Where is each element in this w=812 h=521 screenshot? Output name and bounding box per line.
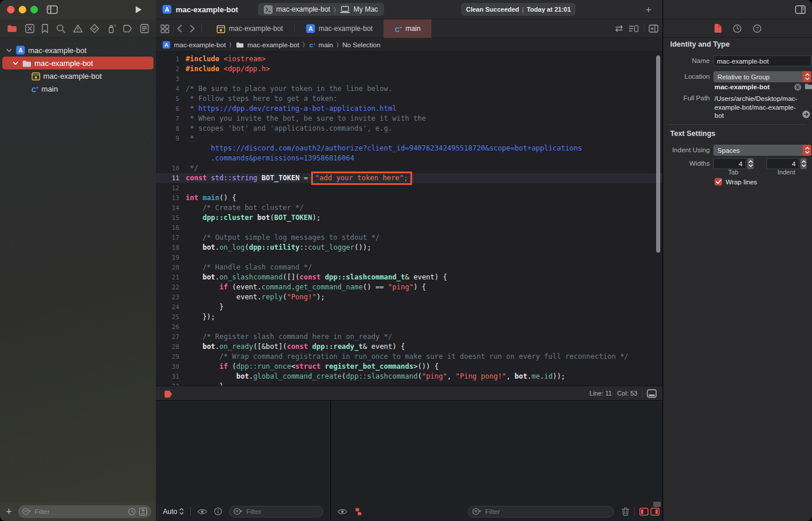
line-number[interactable]: 9 <box>156 134 179 144</box>
code-text[interactable]: if (event.command.get_command_name() == … <box>186 282 426 292</box>
code-text[interactable]: /* Register slash command here in on_rea… <box>186 332 392 342</box>
history-inspector-icon[interactable] <box>733 24 742 33</box>
line-number[interactable]: 5 <box>156 94 179 104</box>
code-text[interactable]: * When you invite the bot, be sure to in… <box>186 114 426 124</box>
line-number[interactable]: 30 <box>156 362 179 372</box>
code-text[interactable]: * <box>186 134 194 144</box>
source-control-navigator-icon[interactable] <box>25 24 34 33</box>
code-line[interactable]: 22 if (event.command.get_command_name() … <box>156 282 663 292</box>
code-text[interactable]: } <box>186 382 224 386</box>
editor-scrollbar[interactable] <box>656 55 660 253</box>
code-line[interactable]: 30 if (dpp::run_once<struct register_bot… <box>156 362 663 372</box>
code-line[interactable]: 4/* Be sure to place your token in the l… <box>156 84 663 94</box>
recents-filter-icon[interactable] <box>128 508 136 516</box>
project-navigator-icon[interactable] <box>7 24 18 33</box>
line-number[interactable]: 21 <box>156 272 179 282</box>
breadcrumb-item[interactable]: C+main <box>309 40 333 50</box>
code-line[interactable]: 31 bot.global_command_create(dpp::slashc… <box>156 372 663 382</box>
code-line[interactable]: 16 <box>156 223 663 233</box>
line-number[interactable]: 14 <box>156 203 179 213</box>
line-number[interactable]: 28 <box>156 342 179 352</box>
line-number[interactable] <box>156 153 179 163</box>
line-number[interactable]: 18 <box>156 243 179 253</box>
code-line[interactable]: 5 * Follow steps here to get a token: <box>156 94 663 104</box>
line-number[interactable]: 23 <box>156 292 179 302</box>
line-number[interactable]: 31 <box>156 372 179 382</box>
console-view-toggle-icon[interactable] <box>650 508 660 516</box>
variables-view-toggle-icon[interactable] <box>639 508 649 516</box>
line-number[interactable]: 27 <box>156 332 179 342</box>
close-window-button[interactable] <box>7 6 15 13</box>
minimize-window-button[interactable] <box>19 6 26 13</box>
code-text[interactable]: /* Be sure to place your token in the li… <box>186 84 392 94</box>
reveal-arrow-icon[interactable] <box>802 110 810 118</box>
forward-button[interactable] <box>190 25 195 33</box>
code-text[interactable]: /* Handle slash command */ <box>186 263 312 272</box>
code-line[interactable]: 20 /* Handle slash command */ <box>156 263 663 272</box>
code-line[interactable]: 21 bot.on_slashcommand([](const dpp::sla… <box>156 272 663 282</box>
run-button[interactable] <box>135 5 142 14</box>
name-field[interactable] <box>713 55 811 67</box>
bookmarks-navigator-icon[interactable] <box>41 24 48 33</box>
show-variables-eye-icon[interactable] <box>197 508 207 515</box>
navigator-filter-input[interactable] <box>34 508 125 516</box>
indent-using-popup[interactable]: Spaces <box>713 145 811 156</box>
source-control-filter-icon[interactable] <box>139 508 147 516</box>
clear-location-icon[interactable] <box>794 83 801 91</box>
breadcrumb-item[interactable]: No Selection <box>342 41 380 48</box>
variables-filter-input[interactable] <box>245 508 319 516</box>
show-output-eye-icon[interactable] <box>337 508 347 515</box>
code-text[interactable]: bot.on_log(dpp::utility::cout_logger()); <box>186 243 371 253</box>
navigator-filter-field[interactable] <box>18 505 151 518</box>
code-text[interactable]: .commands&permissions=139586816064 <box>186 153 354 163</box>
line-number[interactable]: 15 <box>156 213 179 223</box>
line-number[interactable]: 11 <box>156 173 179 183</box>
tree-item-product[interactable]: mac-example-bot <box>2 69 154 82</box>
editor-tab-mac-example-bot[interactable]: Amac-example-bot <box>295 19 384 38</box>
line-number[interactable]: 16 <box>156 223 179 233</box>
line-number[interactable]: 32 <box>156 382 179 386</box>
code-line[interactable]: 15 dpp::cluster bot(BOT_TOKEN); <box>156 213 663 223</box>
line-number[interactable] <box>156 144 179 153</box>
code-text[interactable]: bot.on_ready([&bot](const dpp::ready_t& … <box>186 342 405 352</box>
code-line[interactable]: 24 } <box>156 302 663 312</box>
code-text[interactable]: event.reply("Pong!"); <box>186 292 325 302</box>
tree-item-folder[interactable]: mac-example-bot <box>2 57 154 69</box>
add-editor-icon[interactable] <box>649 25 658 33</box>
line-number[interactable]: 2 <box>156 64 179 74</box>
indent-width-field[interactable] <box>766 158 799 169</box>
breakpoints-navigator-icon[interactable] <box>123 25 133 33</box>
code-line[interactable]: 6 * https://dpp.dev/creating-a-bot-appli… <box>156 104 663 114</box>
code-line[interactable]: 18 bot.on_log(dpp::utility::cout_logger(… <box>156 243 663 253</box>
indent-width-stepper[interactable] <box>800 158 807 169</box>
file-inspector-icon[interactable] <box>714 23 722 33</box>
tests-navigator-icon[interactable] <box>90 24 99 33</box>
line-number[interactable]: 6 <box>156 104 179 114</box>
code-text[interactable]: int main() { <box>186 193 236 203</box>
line-number[interactable]: 17 <box>156 233 179 243</box>
line-number[interactable]: 10 <box>156 163 179 173</box>
disclosure-chevron-icon[interactable] <box>11 61 19 66</box>
tree-item-project[interactable]: Amac-example-bot <box>2 44 154 57</box>
console-filter-input[interactable] <box>484 508 609 516</box>
code-text[interactable]: * https://dpp.dev/creating-a-bot-applica… <box>186 104 396 114</box>
wrap-lines-checkbox[interactable] <box>715 178 722 186</box>
issues-navigator-icon[interactable] <box>73 24 83 33</box>
code-line[interactable]: 3 <box>156 74 663 84</box>
code-line[interactable]: 28 bot.on_ready([&bot](const dpp::ready_… <box>156 342 663 352</box>
source-editor[interactable]: 1#include <iostream>2#include <dpp/dpp.h… <box>156 52 663 386</box>
scheme-selector[interactable]: mac-example-bot ⟩ My Mac <box>258 3 384 16</box>
line-number[interactable]: 8 <box>156 124 179 134</box>
add-tab-button[interactable]: + <box>646 4 651 16</box>
code-line[interactable]: 32 } <box>156 382 663 386</box>
location-popup[interactable]: Relative to Group <box>713 71 811 82</box>
line-number[interactable]: 12 <box>156 183 179 193</box>
code-line[interactable]: 25 }); <box>156 312 663 322</box>
code-text[interactable]: bot.on_slashcommand([](const dpp::slashc… <box>186 272 447 282</box>
toggle-navigator-icon[interactable] <box>47 5 58 14</box>
editor-options-icon[interactable] <box>629 25 639 33</box>
code-text[interactable]: /* Output simple log messages to stdout … <box>186 233 379 243</box>
debug-navigator-icon[interactable] <box>107 24 116 33</box>
code-line[interactable]: 11const std::string BOT_TOKEN = "add you… <box>156 173 663 183</box>
editor-tab-mac-example-bot[interactable]: mac-example-bot <box>205 19 294 38</box>
